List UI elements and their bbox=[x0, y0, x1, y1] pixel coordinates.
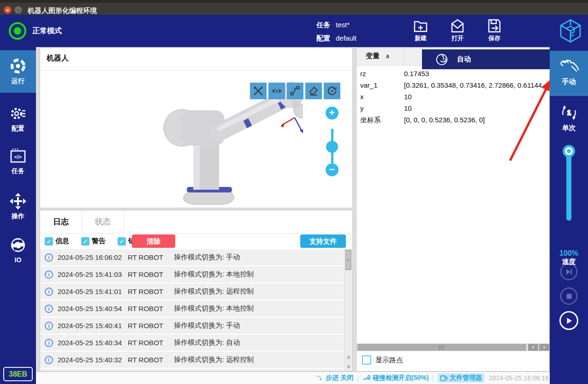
scroll-left-icon[interactable]: ‹ bbox=[528, 344, 538, 351]
sidebar-item-config[interactable]: 配置 bbox=[0, 98, 36, 140]
log-list: i 2024-05-25 16:06:02RT ROBOT操作模式切换为: 手动… bbox=[40, 249, 345, 371]
info-icon: i bbox=[45, 305, 53, 313]
step-mode-toggle[interactable]: 步进 关闭 bbox=[316, 374, 353, 382]
scroll-down-icon[interactable]: ∨ bbox=[345, 362, 352, 371]
usb-drive-icon bbox=[440, 375, 448, 382]
save-floppy-icon bbox=[486, 18, 503, 34]
scroll-up-icon[interactable]: ∧ bbox=[345, 353, 352, 362]
tab-log[interactable]: 日志 bbox=[40, 210, 82, 233]
robot-3d-panel: 机器人 bbox=[40, 48, 353, 208]
speed-value: 100% bbox=[550, 249, 588, 258]
log-row[interactable]: i 2024-05-25 15:41:03RT ROBOT操作模式切换为: 本地… bbox=[40, 266, 345, 282]
robot-panel-title: 机器人 bbox=[40, 48, 352, 63]
stop-button[interactable] bbox=[560, 288, 577, 305]
status-bar: 步进 关闭 | 碰撞检测开启(50%) | 文件管理器 2024-05-25 1… bbox=[36, 372, 550, 384]
config-label: 配置 bbox=[316, 34, 330, 42]
window-title: 机器人图形化编程环境 bbox=[28, 6, 97, 15]
scroll-right-icon[interactable]: › bbox=[539, 344, 549, 351]
minimize-icon[interactable]: − bbox=[14, 6, 22, 14]
variable-row[interactable]: y10 bbox=[356, 103, 549, 114]
collision-detection-toggle[interactable]: 碰撞检测开启(50%) bbox=[362, 374, 428, 382]
new-folder-icon bbox=[412, 18, 429, 34]
step-icon bbox=[316, 375, 324, 382]
single-run-button[interactable]: 1 单次 bbox=[550, 102, 588, 138]
info-icon: i bbox=[45, 356, 53, 364]
warning-checkbox[interactable]: ✓ bbox=[81, 237, 89, 246]
variables-panel: 变量 ∧ rz0.17453 var_1[0.3261, 0.35348, 0.… bbox=[356, 48, 550, 372]
log-row[interactable]: i 2024-05-25 15:40:41RT ROBOT操作模式切换为: 手动 bbox=[40, 318, 345, 334]
title-bar: × − 机器人图形化编程环境 bbox=[0, 0, 588, 15]
save-button[interactable]: 保存 bbox=[481, 17, 507, 45]
support-files-button[interactable]: 支持文件 bbox=[300, 234, 346, 248]
single-cycle-icon: 1 bbox=[559, 102, 579, 123]
log-row[interactable]: i 2024-05-25 15:40:54RT ROBOT操作模式切换为: 本地… bbox=[40, 300, 345, 317]
separator: | bbox=[432, 374, 434, 382]
skip-next-icon bbox=[565, 268, 573, 276]
sidebar-item-run[interactable]: 运行 bbox=[0, 50, 36, 93]
manual-mode-button[interactable]: 手动 bbox=[550, 51, 588, 96]
gear-icon bbox=[9, 104, 27, 123]
new-button[interactable]: 新建 bbox=[408, 17, 434, 45]
left-nav-sidebar: 运行 配置 </> 任务 操作 bbox=[0, 47, 36, 384]
info-checkbox[interactable]: ✓ bbox=[45, 237, 53, 246]
error-checkbox[interactable]: ✓ bbox=[118, 237, 126, 246]
log-row[interactable]: i 2024-05-25 15:40:32RT ROBOT操作模式切换为: 远程… bbox=[40, 352, 345, 368]
code-window-icon: </> bbox=[9, 147, 27, 165]
speed-slider-track[interactable] bbox=[566, 151, 571, 221]
variable-row[interactable]: 坐标系[0, 0, 0, 0.5236, 0.5236, 0] bbox=[356, 114, 549, 126]
variable-row[interactable]: var_1[0.3261, 0.35348, 0.73416, 2.72866,… bbox=[356, 80, 549, 91]
robot-panel-header: 机器人 bbox=[40, 48, 352, 71]
speed-slider-handle[interactable] bbox=[563, 145, 575, 157]
status-timestamp: 2024-05-25 16:06:16 bbox=[489, 374, 549, 382]
right-control-sidebar: 手动 1 单次 100% 速度 bbox=[550, 47, 588, 384]
collapse-chevron-icon[interactable]: ∧ bbox=[385, 53, 390, 60]
eraser-icon bbox=[308, 85, 319, 96]
play-button[interactable] bbox=[559, 311, 578, 330]
variable-row[interactable]: x10 bbox=[356, 91, 549, 103]
sidebar-item-io[interactable]: IO bbox=[0, 229, 36, 272]
close-icon[interactable]: × bbox=[4, 6, 12, 14]
reset-view-button[interactable] bbox=[324, 83, 340, 99]
run-target-icon bbox=[9, 57, 27, 75]
hand-icon bbox=[558, 58, 580, 77]
log-scrollbar-thumb[interactable]: ≡ bbox=[345, 250, 351, 270]
application-window: × − 机器人图形化编程环境 正常模式 任务test* 配置default 新建… bbox=[0, 0, 588, 384]
path-button[interactable] bbox=[287, 83, 303, 99]
mode-dropdown-item-auto[interactable]: 自动 bbox=[422, 49, 550, 71]
log-row[interactable]: i 2024-05-25 16:06:02RT ROBOT操作模式切换为: 手动 bbox=[40, 249, 345, 265]
sidebar-item-task[interactable]: </> 任务 bbox=[0, 140, 36, 183]
info-icon: i bbox=[45, 339, 53, 347]
svg-text:1: 1 bbox=[567, 109, 571, 116]
file-manager-button[interactable]: 文件管理器 bbox=[438, 373, 484, 383]
erase-button[interactable] bbox=[305, 83, 322, 99]
info-filter-label: 信息 bbox=[55, 237, 69, 246]
tools-icon bbox=[253, 85, 264, 96]
zoom-in-button[interactable]: + bbox=[326, 107, 339, 120]
tab-status[interactable]: 状态 bbox=[82, 210, 124, 233]
zoom-slider-handle[interactable] bbox=[326, 141, 338, 153]
log-row[interactable]: i 2024-05-25 15:40:30RT ROBOT操作模式切换为: 自动 bbox=[40, 369, 345, 371]
step-forward-button[interactable] bbox=[560, 263, 577, 280]
sidebar-item-operate[interactable]: 操作 bbox=[0, 186, 36, 228]
tools-button[interactable] bbox=[250, 83, 267, 99]
log-scrollbar[interactable]: ≡ ∧ ∨ bbox=[344, 249, 352, 371]
log-tabs: 日志 状态 bbox=[40, 210, 352, 234]
separator: | bbox=[357, 374, 359, 382]
show-waypoints-option: 显示路点 bbox=[362, 355, 403, 365]
auto-mode-label: 自动 bbox=[457, 55, 471, 64]
hscrollbar-thumb[interactable] bbox=[357, 344, 526, 351]
open-button[interactable]: 打开 bbox=[445, 17, 470, 45]
visibility-button[interactable] bbox=[268, 83, 285, 99]
task-label: 任务 bbox=[316, 21, 330, 29]
mode-label: 正常模式 bbox=[32, 15, 62, 47]
clear-button[interactable]: 清除 bbox=[132, 234, 175, 248]
log-row[interactable]: i 2024-05-25 15:41:01RT ROBOT操作模式切换为: 远程… bbox=[40, 283, 345, 300]
show-waypoints-checkbox[interactable] bbox=[362, 355, 371, 365]
view-zoom-control: + − bbox=[326, 107, 339, 176]
variables-hscrollbar[interactable]: ‹ › bbox=[356, 343, 549, 351]
show-waypoints-label: 显示路点 bbox=[375, 356, 403, 365]
log-row[interactable]: i 2024-05-25 15:40:34RT ROBOT操作模式切换为: 自动 bbox=[40, 335, 345, 351]
zoom-out-button[interactable]: − bbox=[326, 163, 339, 176]
io-cycle-icon bbox=[9, 236, 27, 254]
log-filter-bar: ✓ 信息 ✓ 警告 ✓ 错误 清除 支持文件 bbox=[40, 234, 352, 249]
